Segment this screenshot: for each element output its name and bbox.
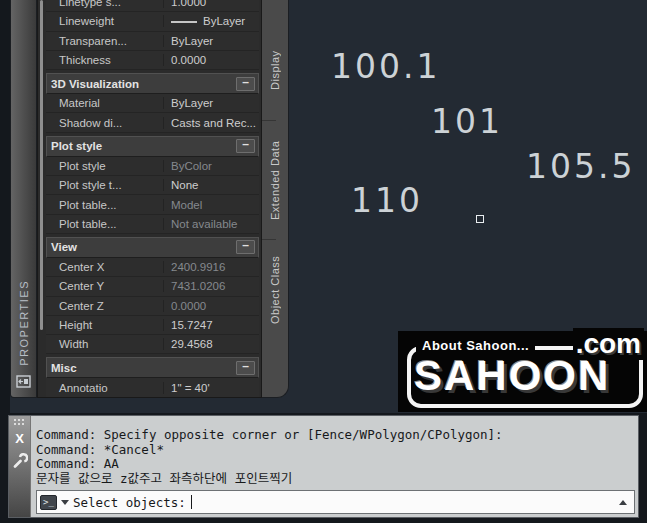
- property-row[interactable]: Linetype s...1.0000: [46, 0, 259, 12]
- scrollbar-thumb[interactable]: [40, 0, 43, 330]
- collapse-minus-icon[interactable]: –: [236, 77, 255, 91]
- property-row[interactable]: Thickness0.0000: [46, 51, 259, 70]
- command-window-grip[interactable]: X: [9, 416, 31, 517]
- property-value[interactable]: 1" = 40': [164, 382, 259, 394]
- section-header-label: 3D Visualization: [51, 78, 139, 90]
- section-header-label: View: [51, 241, 77, 253]
- command-area: Command: Specify opposite corner or [Fen…: [31, 416, 638, 517]
- palette-titlebar[interactable]: PROPERTIES: [10, 0, 37, 398]
- history-up-caret-icon[interactable]: [619, 500, 627, 505]
- text-cursor: [191, 495, 193, 509]
- command-history-line: Command: *Cancel*: [36, 443, 635, 458]
- section-header: Plot style–: [46, 136, 259, 157]
- recent-commands-caret-icon[interactable]: [61, 500, 69, 505]
- cad-text-label[interactable]: 100.1: [331, 47, 440, 86]
- property-row[interactable]: MaterialByLayer: [46, 94, 259, 113]
- tab-extended-data[interactable]: Extended Data: [262, 121, 288, 239]
- property-row[interactable]: Plot style t...None: [46, 176, 259, 195]
- property-value[interactable]: ByLayer: [164, 35, 259, 47]
- property-row[interactable]: Plot table...Model: [46, 195, 259, 214]
- drag-handle-icon[interactable]: [13, 418, 26, 425]
- cad-text-label[interactable]: 110: [351, 181, 423, 220]
- command-input-row[interactable]: >_ Select objects:: [36, 490, 635, 514]
- property-value[interactable]: ByLayer: [164, 97, 259, 109]
- property-row[interactable]: Center Z0.0000: [46, 297, 259, 316]
- property-value[interactable]: 29.4568: [164, 338, 259, 350]
- property-label: Height: [46, 319, 164, 331]
- property-label: Center Y: [46, 280, 164, 292]
- property-row[interactable]: Center X2400.9916: [46, 258, 259, 277]
- property-label: Shadow di...: [46, 117, 164, 129]
- property-value[interactable]: 0.0000: [164, 54, 259, 66]
- command-history[interactable]: Command: Specify opposite corner or [Fen…: [36, 416, 635, 490]
- collapse-minus-icon[interactable]: –: [236, 139, 255, 153]
- property-row[interactable]: Transparen...ByLayer: [46, 32, 259, 51]
- command-prompt-icon[interactable]: >_: [40, 495, 57, 510]
- property-value[interactable]: 0.0000: [164, 300, 259, 312]
- logo-about-text: About Sahoon...: [416, 338, 535, 353]
- section-header: 3D Visualization–: [46, 73, 259, 94]
- palette-tab-strip: DisplayExtended DataObject Class: [262, 0, 289, 398]
- property-value[interactable]: 15.7247: [164, 319, 259, 331]
- command-history-line: Command: AA: [36, 457, 635, 472]
- property-row[interactable]: Plot styleByColor: [46, 157, 259, 176]
- property-label: Plot style t...: [46, 179, 164, 191]
- close-icon[interactable]: X: [15, 432, 24, 445]
- cad-text-label[interactable]: 101: [431, 102, 503, 141]
- section-header-label: Plot style: [51, 140, 102, 152]
- property-label: Plot table...: [46, 218, 164, 230]
- property-label: Annotatio: [46, 382, 164, 394]
- collapse-minus-icon[interactable]: –: [236, 240, 255, 254]
- property-value[interactable]: Not available: [164, 218, 259, 230]
- property-label: Plot table...: [46, 199, 164, 211]
- lineweight-swatch-icon: [171, 21, 197, 23]
- property-value[interactable]: ByColor: [164, 160, 259, 172]
- property-label: Linetype s...: [46, 0, 164, 8]
- logo-main-text: SAHOON: [414, 352, 610, 400]
- sahoon-logo: About Sahoon... .com SAHOON: [398, 331, 647, 412]
- property-label: Center Z: [46, 300, 164, 312]
- property-label: Material: [46, 97, 164, 109]
- palette-title: PROPERTIES: [18, 280, 30, 366]
- tab-display[interactable]: Display: [262, 20, 288, 120]
- property-row[interactable]: Shadow di...Casts and Rec...: [46, 113, 259, 132]
- command-prompt-text: Select objects:: [73, 495, 186, 510]
- property-value[interactable]: Casts and Rec...: [164, 117, 259, 129]
- tab-object-class[interactable]: Object Class: [262, 240, 288, 340]
- command-history-line: Command: Specify opposite corner or [Fen…: [36, 428, 635, 443]
- section-header: Misc–: [46, 357, 259, 378]
- point-marker[interactable]: [476, 215, 484, 223]
- property-value[interactable]: 7431.0206: [164, 280, 259, 292]
- property-value[interactable]: None: [164, 179, 259, 191]
- property-label: Center X: [46, 261, 164, 273]
- command-history-line: 문자를 값으로 z값주고 좌측하단에 포인트찍기: [36, 472, 635, 487]
- property-row[interactable]: Annotatio1" = 40': [46, 378, 259, 397]
- palette-body: Linetype s...1.0000LineweightByLayerTran…: [37, 0, 262, 398]
- property-row[interactable]: Height15.7247: [46, 316, 259, 335]
- wrench-icon[interactable]: [12, 453, 28, 473]
- command-window: X Command: Specify opposite corner or [F…: [8, 415, 639, 518]
- palette-properties-icon[interactable]: [16, 374, 31, 392]
- property-row[interactable]: Width29.4568: [46, 335, 259, 354]
- cad-text-label[interactable]: 105.5: [526, 147, 635, 186]
- collapse-minus-icon[interactable]: –: [236, 361, 255, 375]
- property-label: Plot style: [46, 160, 164, 172]
- property-value[interactable]: ByLayer: [164, 15, 259, 27]
- properties-palette: PROPERTIES Linetype s...1.0000Lineweight…: [10, 0, 289, 398]
- property-value[interactable]: Model: [164, 199, 259, 211]
- property-value[interactable]: 2400.9916: [164, 261, 259, 273]
- property-label: Width: [46, 338, 164, 350]
- property-row[interactable]: Center Y7431.0206: [46, 277, 259, 296]
- property-label: Thickness: [46, 54, 164, 66]
- property-row[interactable]: LineweightByLayer: [46, 12, 259, 31]
- left-edge-shadow: [0, 0, 10, 413]
- section-header-label: Misc: [51, 362, 77, 374]
- property-row[interactable]: Plot table...Not available: [46, 215, 259, 234]
- section-header: View–: [46, 237, 259, 258]
- property-value[interactable]: 1.0000: [164, 0, 259, 8]
- property-label: Lineweight: [46, 15, 164, 27]
- property-label: Transparen...: [46, 35, 164, 47]
